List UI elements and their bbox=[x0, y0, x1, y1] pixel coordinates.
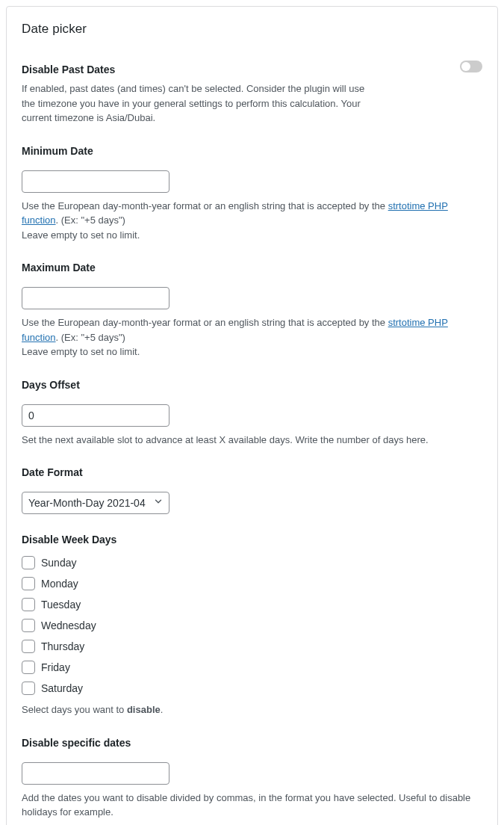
checkbox-wednesday[interactable] bbox=[22, 619, 35, 632]
checkbox-label-thursday[interactable]: Thursday bbox=[41, 640, 84, 652]
days-offset-section: Days Offset Set the next available slot … bbox=[22, 379, 482, 448]
checkbox-label-monday[interactable]: Monday bbox=[41, 578, 78, 590]
checkbox-monday[interactable] bbox=[22, 577, 35, 590]
disable-past-dates-section: Disable Past Dates If enabled, past date… bbox=[22, 64, 482, 126]
date-format-section: Date Format Year-Month-Day 2021-04 bbox=[22, 466, 482, 514]
disable-week-days-desc: Select days you want to disable. bbox=[22, 702, 482, 717]
checkbox-label-friday[interactable]: Friday bbox=[41, 661, 70, 673]
minimum-date-label: Minimum Date bbox=[22, 145, 482, 157]
weekday-row-wednesday: Wednesday bbox=[22, 619, 482, 632]
panel-title: Date picker bbox=[22, 22, 482, 37]
minimum-date-desc: Use the European day-month-year format o… bbox=[22, 199, 482, 243]
checkbox-label-saturday[interactable]: Saturday bbox=[41, 682, 83, 694]
disable-past-dates-toggle[interactable] bbox=[460, 61, 482, 72]
checkbox-tuesday[interactable] bbox=[22, 598, 35, 611]
maximum-date-input[interactable] bbox=[22, 287, 169, 309]
weekday-row-tuesday: Tuesday bbox=[22, 598, 482, 611]
checkbox-label-sunday[interactable]: Sunday bbox=[41, 557, 76, 569]
minimum-date-input[interactable] bbox=[22, 170, 169, 193]
days-offset-input[interactable] bbox=[22, 404, 169, 427]
checkbox-label-tuesday[interactable]: Tuesday bbox=[41, 599, 81, 611]
checkbox-saturday[interactable] bbox=[22, 682, 35, 695]
disable-specific-dates-input[interactable] bbox=[22, 762, 169, 785]
disable-specific-dates-label: Disable specific dates bbox=[22, 737, 482, 749]
disable-past-dates-desc: If enabled, past dates (and times) can't… bbox=[22, 81, 380, 126]
checkbox-thursday[interactable] bbox=[22, 640, 35, 653]
disable-week-days-section: Disable Week Days Sunday Monday Tuesday … bbox=[22, 534, 482, 717]
maximum-date-desc: Use the European day-month-year format o… bbox=[22, 315, 482, 359]
weekday-row-sunday: Sunday bbox=[22, 556, 482, 569]
checkbox-label-wednesday[interactable]: Wednesday bbox=[41, 619, 96, 631]
weekday-row-thursday: Thursday bbox=[22, 640, 482, 653]
disable-week-days-label: Disable Week Days bbox=[22, 534, 482, 546]
weekday-row-friday: Friday bbox=[22, 661, 482, 674]
minimum-date-section: Minimum Date Use the European day-month-… bbox=[22, 145, 482, 243]
disable-specific-dates-desc: Add the dates you want to disable divide… bbox=[22, 791, 482, 820]
disable-past-dates-label: Disable Past Dates bbox=[22, 64, 380, 75]
weekday-row-saturday: Saturday bbox=[22, 682, 482, 695]
maximum-date-section: Maximum Date Use the European day-month-… bbox=[22, 262, 482, 359]
days-offset-desc: Set the next available slot to advance a… bbox=[22, 433, 482, 448]
maximum-date-label: Maximum Date bbox=[22, 262, 482, 274]
date-format-select[interactable]: Year-Month-Day 2021-04 bbox=[22, 492, 169, 514]
checkbox-sunday[interactable] bbox=[22, 556, 35, 569]
days-offset-label: Days Offset bbox=[22, 379, 482, 391]
weekday-row-monday: Monday bbox=[22, 577, 482, 590]
disable-specific-dates-section: Disable specific dates Add the dates you… bbox=[22, 737, 482, 820]
date-format-label: Date Format bbox=[22, 466, 482, 478]
date-picker-panel: Date picker Disable Past Dates If enable… bbox=[6, 6, 498, 825]
checkbox-friday[interactable] bbox=[22, 661, 35, 674]
